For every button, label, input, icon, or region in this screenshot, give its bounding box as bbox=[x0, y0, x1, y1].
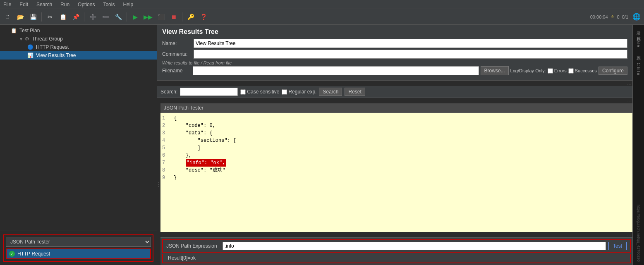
line-num-5: 5 bbox=[162, 144, 170, 152]
dots-sep-1[interactable]: ... bbox=[157, 81, 632, 86]
http-request-item[interactable]: ✓ HTTP Request bbox=[6, 248, 151, 259]
regex-checkbox[interactable] bbox=[282, 89, 287, 95]
counter-display: 0/1 bbox=[622, 14, 628, 19]
expr-input[interactable] bbox=[223, 242, 606, 250]
errors-checkbox[interactable] bbox=[548, 68, 553, 74]
log-display: Log/Display Only: Errors Successes Confi… bbox=[510, 67, 627, 75]
save-btn[interactable]: 💾 bbox=[27, 11, 39, 23]
test-btn[interactable]: Test bbox=[608, 242, 627, 250]
menu-file[interactable]: File bbox=[2, 1, 13, 8]
line-num-9: 9 bbox=[162, 174, 170, 181]
paste-btn[interactable]: 📌 bbox=[70, 11, 81, 23]
comments-label: Comments: bbox=[162, 51, 191, 57]
search-input[interactable] bbox=[180, 88, 238, 96]
tree-item-view-results[interactable]: 📊 View Results Tree bbox=[0, 51, 157, 60]
dots-sep-3[interactable]: ... bbox=[160, 232, 632, 237]
case-sensitive-label[interactable]: Case sensitive bbox=[240, 89, 279, 95]
json-panel: JSON Path Tester 1 { 2 "code": 0, 3 "dat… bbox=[160, 103, 632, 265]
right-sidebar: 录 截片 LaTe 插入 ○ C B I ≡ https://blog.csdn… bbox=[632, 25, 644, 265]
errors-label: Errors bbox=[554, 68, 567, 73]
warning-count: 0 bbox=[617, 14, 620, 19]
clear-btn[interactable]: 🔧 bbox=[113, 11, 124, 23]
tree-label-http-request: HTTP Request bbox=[36, 44, 69, 50]
json-line-6: 6 }, bbox=[162, 152, 631, 159]
toolbar-right: 00:00:04 ⚠ 0 0/1 🌐 bbox=[590, 11, 642, 23]
comments-input[interactable] bbox=[194, 50, 627, 59]
dots-sep-2[interactable]: ... bbox=[157, 98, 632, 103]
run-all-btn[interactable]: ▶▶ bbox=[142, 11, 154, 23]
line-code-9: } bbox=[174, 174, 631, 181]
menu-options[interactable]: Options bbox=[76, 1, 96, 8]
remove-btn[interactable]: ➖ bbox=[100, 11, 111, 23]
vertical-handle[interactable]: ⋮ bbox=[157, 103, 160, 265]
copy-btn[interactable]: 📋 bbox=[57, 11, 69, 23]
configure-btn[interactable]: Configure bbox=[599, 67, 627, 75]
tree-label-view-results: View Results Tree bbox=[36, 53, 76, 58]
right-panel: View Results Tree Name: Comments: Write … bbox=[157, 25, 632, 265]
reset-btn[interactable]: Reset bbox=[345, 88, 365, 96]
menu-help[interactable]: Help bbox=[121, 1, 135, 8]
menubar: File Edit Search Run Options Tools Help bbox=[0, 0, 644, 9]
filename-label: Filename bbox=[162, 68, 191, 74]
line-num-1: 1 bbox=[162, 115, 170, 122]
sep3 bbox=[127, 12, 127, 21]
watermark: https://blog.csdn.net/qq_41780293 bbox=[637, 205, 641, 262]
search-btn[interactable]: Search bbox=[319, 88, 342, 96]
sidebar-tab-2[interactable]: 截片 bbox=[635, 31, 642, 35]
sidebar-tab-4[interactable]: 插入 bbox=[635, 50, 642, 54]
name-row: Name: bbox=[162, 39, 627, 48]
menu-tools[interactable]: Tools bbox=[101, 1, 116, 8]
browse-btn[interactable]: Browse... bbox=[481, 66, 509, 75]
filename-row: Filename Browse... Log/Display Only: Err… bbox=[162, 66, 627, 75]
errors-checkbox-label[interactable]: Errors bbox=[548, 68, 567, 74]
add-btn[interactable]: ➕ bbox=[87, 11, 98, 23]
menu-edit[interactable]: Edit bbox=[18, 1, 30, 8]
left-panel-box: JSON Path TesterSampler resultRequestRes… bbox=[3, 234, 153, 262]
tree-item-thread-group[interactable]: ▼ ⚙ Thread Group bbox=[0, 35, 157, 43]
line-code-7: "info": "ok", bbox=[174, 159, 631, 167]
view-mode-dropdown[interactable]: JSON Path TesterSampler resultRequestRes… bbox=[6, 237, 151, 247]
sidebar-tab-3[interactable]: LaTe bbox=[635, 36, 642, 49]
highlight-info: "info": "ok", bbox=[186, 159, 226, 167]
sidebar-tab-shapes[interactable]: ○ C B I ≡ bbox=[635, 55, 642, 77]
regex-text: Regular exp. bbox=[288, 89, 316, 95]
tree-label-thread-group: Thread Group bbox=[32, 36, 63, 42]
regex-label[interactable]: Regular exp. bbox=[282, 89, 316, 95]
json-line-1: 1 { bbox=[162, 115, 631, 122]
tree-item-test-plan[interactable]: 📋 Test Plan bbox=[0, 26, 157, 35]
stop-now-btn[interactable]: ⏹ bbox=[168, 11, 180, 23]
line-num-6: 6 bbox=[162, 152, 170, 159]
search-label: Search: bbox=[160, 89, 177, 95]
line-num-7: 7 bbox=[162, 159, 170, 167]
menu-run[interactable]: Run bbox=[59, 1, 71, 8]
filename-input[interactable] bbox=[193, 66, 479, 75]
json-content[interactable]: 1 { 2 "code": 0, 3 "data": { 4 "se bbox=[160, 113, 632, 232]
run-btn[interactable]: ▶ bbox=[129, 11, 141, 23]
line-code-3: "data": { bbox=[174, 129, 631, 137]
successes-checkbox[interactable] bbox=[568, 68, 574, 74]
case-sensitive-checkbox[interactable] bbox=[240, 89, 246, 95]
line-num-8: 8 bbox=[162, 167, 170, 174]
line-code-2: "code": 0, bbox=[174, 122, 631, 129]
stop-btn[interactable]: ⬛ bbox=[155, 11, 167, 23]
successes-checkbox-label[interactable]: Successes bbox=[568, 68, 597, 74]
menu-search[interactable]: Search bbox=[35, 1, 54, 8]
name-input[interactable] bbox=[194, 39, 627, 48]
new-btn[interactable]: 🗋 bbox=[2, 11, 13, 23]
help-btn[interactable]: ❓ bbox=[198, 11, 209, 23]
timer-display: 00:00:04 bbox=[590, 14, 608, 19]
json-line-2: 2 "code": 0, bbox=[162, 122, 631, 129]
cut-btn[interactable]: ✂ bbox=[44, 11, 56, 23]
tree-area: 📋 Test Plan ▼ ⚙ Thread Group 🔵 HTTP Requ… bbox=[0, 25, 157, 231]
json-line-5: 5 ] bbox=[162, 144, 631, 152]
search-row: Search: Case sensitive Regular exp. Sear… bbox=[157, 86, 632, 98]
sep2 bbox=[84, 12, 84, 21]
case-sensitive-text: Case sensitive bbox=[247, 89, 279, 95]
thread-icon: ⚙ bbox=[25, 36, 29, 42]
sidebar-tab-1[interactable]: 录 bbox=[635, 26, 642, 30]
result-row: Result[0]=ok bbox=[162, 254, 631, 263]
open-btn[interactable]: 📂 bbox=[14, 11, 26, 23]
status-btn[interactable]: 🌐 bbox=[631, 11, 642, 23]
tree-item-http-request[interactable]: 🔵 HTTP Request bbox=[0, 43, 157, 51]
templates-btn[interactable]: 🔑 bbox=[185, 11, 196, 23]
